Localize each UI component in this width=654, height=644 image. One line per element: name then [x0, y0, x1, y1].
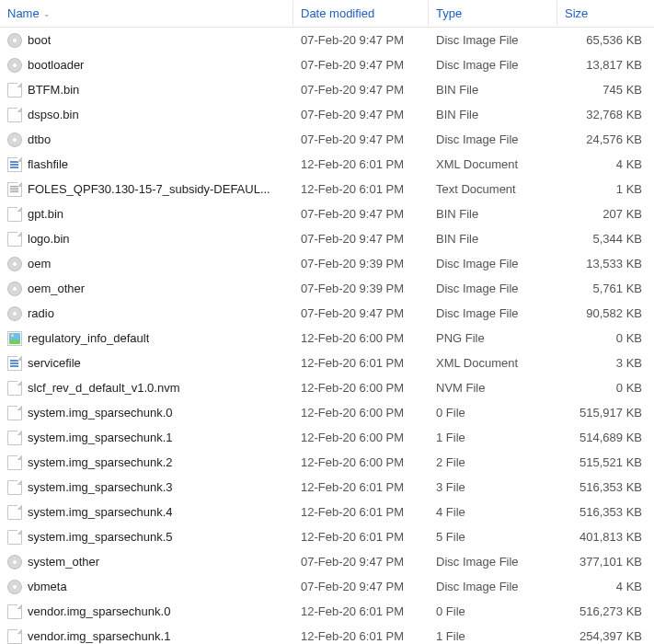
file-type-cell: NVM File	[429, 381, 557, 395]
image-file-icon	[7, 331, 22, 346]
file-row[interactable]: system.img_sparsechunk.412-Feb-20 6:01 P…	[0, 500, 654, 524]
disc-image-icon	[7, 306, 22, 321]
file-name-label: system_other	[28, 555, 99, 569]
file-row[interactable]: FOLES_QPF30.130-15-7_subsidy-DEFAUL...12…	[0, 177, 654, 201]
disc-image-icon	[7, 555, 22, 569]
file-row[interactable]: slcf_rev_d_default_v1.0.nvm12-Feb-20 6:0…	[0, 375, 654, 400]
column-header-date[interactable]: Date modified	[293, 1, 429, 26]
file-row[interactable]: system_other07-Feb-20 9:47 PMDisc Image …	[0, 549, 654, 574]
file-row[interactable]: bootloader07-Feb-20 9:47 PMDisc Image Fi…	[0, 52, 654, 77]
file-type-cell: BIN File	[429, 207, 557, 221]
file-size-cell: 5,344 KB	[557, 232, 649, 246]
file-size-cell: 514,689 KB	[557, 431, 649, 444]
file-name-label: system.img_sparsechunk.2	[28, 455, 173, 469]
file-name-cell: boot	[0, 33, 293, 48]
file-row[interactable]: boot07-Feb-20 9:47 PMDisc Image File65,5…	[0, 28, 654, 52]
file-icon	[7, 530, 22, 545]
file-name-cell: BTFM.bin	[0, 83, 293, 98]
file-date-cell: 07-Feb-20 9:47 PM	[293, 232, 429, 246]
file-name-cell: servicefile	[0, 356, 293, 371]
file-name-cell: bootloader	[0, 58, 293, 73]
file-type-cell: BIN File	[429, 108, 557, 121]
file-row[interactable]: dtbo07-Feb-20 9:47 PMDisc Image File24,5…	[0, 127, 654, 152]
file-name-label: vendor.img_sparsechunk.1	[28, 629, 170, 643]
file-name-cell: system.img_sparsechunk.1	[0, 431, 293, 445]
file-row[interactable]: oem07-Feb-20 9:39 PMDisc Image File13,53…	[0, 251, 654, 276]
file-size-cell: 401,813 KB	[557, 530, 649, 544]
file-name-label: system.img_sparsechunk.0	[28, 406, 173, 420]
file-row[interactable]: vendor.img_sparsechunk.012-Feb-20 6:01 P…	[0, 599, 654, 624]
file-row[interactable]: system.img_sparsechunk.312-Feb-20 6:01 P…	[0, 475, 654, 500]
file-name-cell: gpt.bin	[0, 207, 293, 222]
file-name-label: gpt.bin	[28, 207, 63, 221]
column-header-type[interactable]: Type	[429, 1, 557, 26]
file-date-cell: 12-Feb-20 6:01 PM	[293, 356, 429, 370]
file-icon	[7, 381, 22, 396]
file-size-cell: 515,917 KB	[557, 406, 649, 420]
file-row[interactable]: gpt.bin07-Feb-20 9:47 PMBIN File207 KB	[0, 201, 654, 226]
file-name-label: system.img_sparsechunk.1	[28, 431, 173, 444]
file-type-cell: Text Document	[429, 182, 557, 196]
file-name-cell: system_other	[0, 555, 293, 569]
file-row[interactable]: regulatory_info_default12-Feb-20 6:00 PM…	[0, 326, 654, 351]
file-type-cell: 0 File	[429, 406, 557, 420]
file-row[interactable]: logo.bin07-Feb-20 9:47 PMBIN File5,344 K…	[0, 226, 654, 251]
file-name-label: slcf_rev_d_default_v1.0.nvm	[28, 381, 179, 395]
file-name-cell: vendor.img_sparsechunk.0	[0, 604, 293, 619]
file-name-label: system.img_sparsechunk.5	[28, 530, 173, 544]
file-name-label: flashfile	[28, 157, 68, 171]
file-row[interactable]: system.img_sparsechunk.212-Feb-20 6:00 P…	[0, 450, 654, 475]
column-header-size[interactable]: Size	[557, 1, 649, 26]
file-type-cell: Disc Image File	[429, 555, 557, 569]
file-size-cell: 3 KB	[557, 356, 649, 370]
file-date-cell: 12-Feb-20 6:01 PM	[293, 604, 429, 618]
file-type-cell: Disc Image File	[429, 58, 557, 72]
file-name-cell: dtbo	[0, 132, 293, 147]
column-header-size-label: Size	[565, 6, 588, 20]
file-icon	[7, 480, 22, 495]
file-row[interactable]: system.img_sparsechunk.012-Feb-20 6:00 P…	[0, 400, 654, 425]
file-name-label: boot	[28, 33, 51, 47]
file-size-cell: 207 KB	[557, 207, 649, 221]
file-date-cell: 07-Feb-20 9:47 PM	[293, 306, 429, 320]
file-name-cell: FOLES_QPF30.130-15-7_subsidy-DEFAUL...	[0, 182, 293, 197]
disc-image-icon	[7, 257, 22, 271]
file-name-label: system.img_sparsechunk.3	[28, 480, 173, 494]
file-icon	[7, 505, 22, 520]
file-date-cell: 12-Feb-20 6:00 PM	[293, 381, 429, 395]
file-date-cell: 12-Feb-20 6:00 PM	[293, 406, 429, 420]
file-size-cell: 13,817 KB	[557, 58, 649, 72]
file-size-cell: 90,582 KB	[557, 306, 649, 320]
file-icon	[7, 232, 22, 247]
file-row[interactable]: oem_other07-Feb-20 9:39 PMDisc Image Fil…	[0, 276, 654, 301]
file-type-cell: 2 File	[429, 455, 557, 469]
file-row[interactable]: radio07-Feb-20 9:47 PMDisc Image File90,…	[0, 301, 654, 326]
file-row[interactable]: system.img_sparsechunk.112-Feb-20 6:00 P…	[0, 425, 654, 450]
file-row[interactable]: vendor.img_sparsechunk.112-Feb-20 6:01 P…	[0, 624, 654, 644]
file-type-cell: Disc Image File	[429, 132, 557, 146]
file-row[interactable]: servicefile12-Feb-20 6:01 PMXML Document…	[0, 351, 654, 375]
file-date-cell: 07-Feb-20 9:47 PM	[293, 33, 429, 47]
file-date-cell: 07-Feb-20 9:47 PM	[293, 207, 429, 221]
file-name-label: servicefile	[28, 356, 81, 370]
file-type-cell: XML Document	[429, 157, 557, 171]
file-date-cell: 12-Feb-20 6:01 PM	[293, 157, 429, 171]
file-type-cell: Disc Image File	[429, 306, 557, 320]
file-size-cell: 516,353 KB	[557, 505, 649, 519]
disc-image-icon	[7, 580, 22, 594]
file-icon	[7, 431, 22, 445]
file-size-cell: 5,761 KB	[557, 282, 649, 295]
file-row[interactable]: system.img_sparsechunk.512-Feb-20 6:01 P…	[0, 524, 654, 549]
file-row[interactable]: vbmeta07-Feb-20 9:47 PMDisc Image File4 …	[0, 574, 654, 599]
file-name-label: vendor.img_sparsechunk.0	[28, 604, 170, 618]
file-name-label: bootloader	[28, 58, 84, 72]
file-row[interactable]: BTFM.bin07-Feb-20 9:47 PMBIN File745 KB	[0, 77, 654, 102]
file-row[interactable]: dspso.bin07-Feb-20 9:47 PMBIN File32,768…	[0, 102, 654, 127]
text-file-icon	[7, 182, 22, 197]
file-row[interactable]: flashfile12-Feb-20 6:01 PMXML Document4 …	[0, 152, 654, 177]
column-header-date-label: Date modified	[301, 6, 374, 20]
file-name-cell: flashfile	[0, 157, 293, 172]
file-icon	[7, 604, 22, 619]
column-header-name[interactable]: Name ⌄	[0, 1, 293, 26]
disc-image-icon	[7, 33, 22, 48]
